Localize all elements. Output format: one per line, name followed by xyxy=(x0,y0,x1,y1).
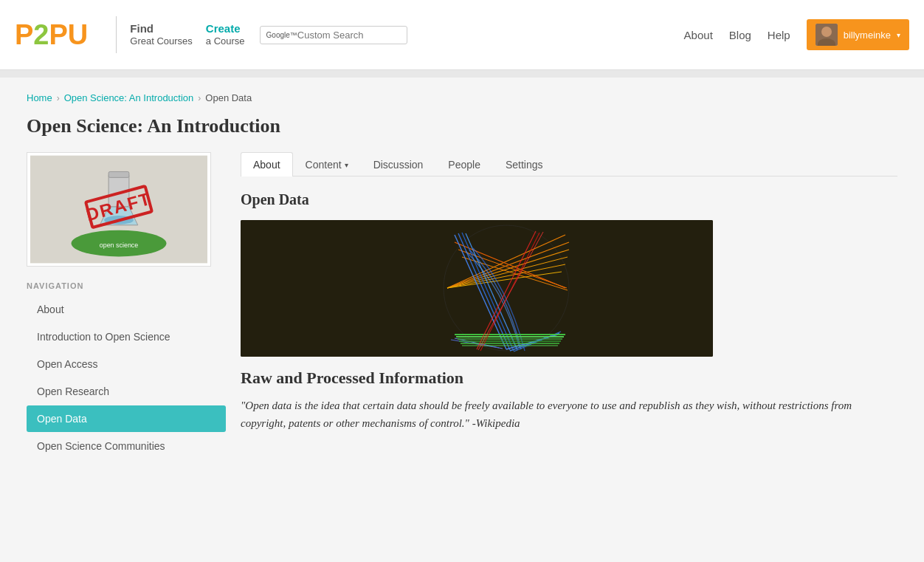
breadcrumb-current: Open Data xyxy=(205,92,252,103)
header-right: About Blog Help billymeinke ▾ xyxy=(684,19,909,50)
tab-content-label: Content xyxy=(306,159,342,171)
logo[interactable]: P 2 PU xyxy=(15,19,88,51)
breadcrumb-sep-2: › xyxy=(198,93,201,103)
course-image: open science DRAFT xyxy=(27,152,211,267)
nav-item-open-data[interactable]: Open Data xyxy=(27,405,226,432)
create-sublabel: a Course xyxy=(206,35,245,47)
site-header: P 2 PU Find Great Courses Create a Cours… xyxy=(0,0,924,70)
breadcrumb: Home › Open Science: An Introduction › O… xyxy=(27,92,897,103)
avatar xyxy=(816,24,838,46)
breadcrumb-sep-1: › xyxy=(57,93,60,103)
blog-nav-link[interactable]: Blog xyxy=(729,29,751,41)
search-container[interactable]: Google™ xyxy=(260,26,407,44)
about-nav-link[interactable]: About xyxy=(684,29,713,41)
content-section-header: Open Data xyxy=(241,191,897,208)
header-divider xyxy=(116,16,117,53)
nav-item-open-science-communities[interactable]: Open Science Communities xyxy=(27,433,226,459)
quote-text: "Open data is the idea that certain data… xyxy=(241,397,897,432)
main-content: Home › Open Science: An Introduction › O… xyxy=(12,78,912,482)
svg-text:open science: open science xyxy=(100,241,139,249)
nav-item-open-access[interactable]: Open Access xyxy=(27,351,226,377)
main-panel: About Content ▾ Discussion People Settin… xyxy=(241,152,897,432)
help-nav-link[interactable]: Help xyxy=(768,29,790,41)
find-link[interactable]: Find Great Courses xyxy=(130,22,193,47)
data-visualization: Tell me a story: Europe North America Au… xyxy=(241,220,713,357)
subheader-bar xyxy=(0,70,924,78)
dropdown-arrow-icon: ▾ xyxy=(897,31,900,39)
google-label: Google™ xyxy=(266,31,297,39)
logo-p: P xyxy=(15,19,33,51)
logo-2: 2 xyxy=(33,19,49,51)
find-label: Find xyxy=(130,22,193,35)
tab-content[interactable]: Content ▾ xyxy=(293,152,361,177)
breadcrumb-course[interactable]: Open Science: An Introduction xyxy=(64,92,194,103)
create-label: Create xyxy=(206,22,245,35)
tab-content-dropdown-icon: ▾ xyxy=(345,161,348,169)
course-img-bg: open science DRAFT xyxy=(30,156,207,263)
tab-about[interactable]: About xyxy=(241,152,293,177)
viz-svg: Tell me a story: Europe North America Au… xyxy=(241,220,713,357)
nav-item-intro[interactable]: Introduction to Open Science xyxy=(27,323,226,350)
nav-item-open-research[interactable]: Open Research xyxy=(27,378,226,405)
tab-settings[interactable]: Settings xyxy=(493,152,556,177)
tab-discussion[interactable]: Discussion xyxy=(361,152,436,177)
user-menu[interactable]: billymeinke ▾ xyxy=(807,19,909,50)
section-title: Raw and Processed Information xyxy=(241,369,897,388)
content-area: open science DRAFT NAVIGATION About Intr… xyxy=(27,152,897,467)
breadcrumb-home[interactable]: Home xyxy=(27,92,52,103)
page-title: Open Science: An Introduction xyxy=(27,115,897,137)
user-name: billymeinke xyxy=(844,30,891,41)
sidebar: open science DRAFT NAVIGATION About Intr… xyxy=(27,152,226,467)
course-img-svg: open science DRAFT xyxy=(30,155,207,264)
nav-label: NAVIGATION xyxy=(27,281,226,290)
nav-item-about[interactable]: About xyxy=(27,296,226,323)
find-sublabel: Great Courses xyxy=(130,35,193,47)
nav-section: NAVIGATION About Introduction to Open Sc… xyxy=(27,281,226,459)
logo-pu: PU xyxy=(49,19,89,51)
create-link[interactable]: Create a Course xyxy=(206,22,245,47)
search-input[interactable] xyxy=(297,30,401,41)
svg-rect-6 xyxy=(108,171,129,177)
tab-people[interactable]: People xyxy=(435,152,493,177)
svg-point-1 xyxy=(821,27,832,37)
tabs: About Content ▾ Discussion People Settin… xyxy=(241,152,897,177)
